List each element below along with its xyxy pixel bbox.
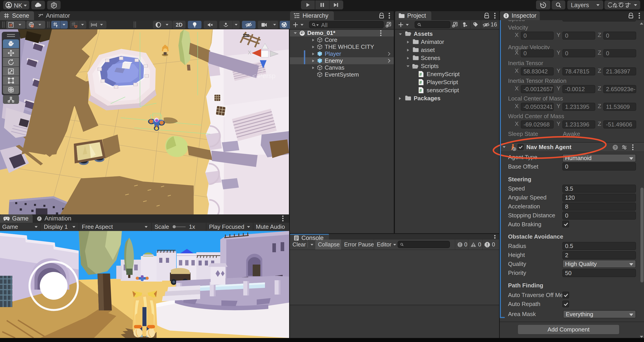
- svg-text:< Persp: < Persp: [252, 72, 276, 80]
- svg-text:#: #: [419, 72, 422, 77]
- svg-text:#: #: [419, 88, 422, 93]
- svg-text:X: X: [248, 50, 251, 56]
- svg-text:#: #: [419, 80, 422, 85]
- svg-text:?: ?: [614, 146, 616, 150]
